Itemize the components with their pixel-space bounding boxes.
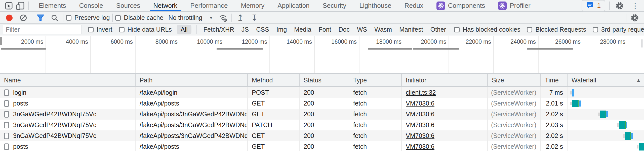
filter-type-css[interactable]: CSS — [256, 26, 269, 33]
waterfall-teal-bar — [639, 143, 644, 150]
filter-type-img[interactable]: Img — [276, 26, 287, 33]
record-network-log-button[interactable] — [4, 12, 15, 23]
network-settings-gear-icon[interactable] — [629, 12, 640, 23]
table-row[interactable]: posts/fakeApi/postsGET200fetchVM7030:6(S… — [0, 141, 644, 151]
import-har-icon[interactable]: ↥ — [234, 12, 246, 23]
cell-status: 200 — [300, 141, 349, 151]
cell-name: 3nGaWGedP42BWDNqI75Vc — [0, 120, 136, 130]
ruler-tick-label: 20000 ms — [421, 38, 446, 45]
initiator-link[interactable]: VM7030:6 — [406, 100, 434, 107]
filter-type-all[interactable]: All — [177, 25, 191, 34]
invert-checkbox[interactable]: Invert — [88, 26, 112, 33]
filter-type-manifest[interactable]: Manifest — [399, 26, 423, 33]
request-name: 3nGaWGedP42BWDNqI75Vc — [13, 111, 96, 118]
row-checkbox[interactable] — [4, 100, 9, 107]
ruler-gridline — [493, 36, 494, 73]
throttling-select[interactable]: No throttling ▾ — [166, 14, 215, 21]
tab-application[interactable]: Application — [271, 0, 316, 11]
initiator-link[interactable]: VM7030:6 — [406, 143, 434, 150]
ruler-gridline — [628, 36, 628, 73]
filter-type-doc[interactable]: Doc — [338, 26, 349, 33]
row-checkbox[interactable] — [4, 122, 9, 128]
filter-type-fetch-xhr[interactable]: Fetch/XHR — [204, 26, 234, 33]
row-checkbox[interactable] — [4, 143, 9, 150]
has-blocked-cookies-checkbox[interactable]: Has blocked cookies — [454, 26, 520, 33]
filter-funnel-icon[interactable] — [35, 12, 46, 23]
column-header-size[interactable]: Size — [488, 74, 541, 86]
cell-initiator: VM7030:6 — [402, 98, 488, 109]
tab-security[interactable]: Security — [316, 0, 353, 11]
column-header-method[interactable]: Method — [248, 74, 300, 86]
ruler-gridline — [135, 36, 136, 73]
network-conditions-icon[interactable] — [217, 12, 229, 23]
tab-label: Security — [323, 2, 346, 10]
table-row[interactable]: 3nGaWGedP42BWDNqI75Vc/fakeApi/posts/3nGa… — [0, 130, 644, 141]
initiator-link[interactable]: client.ts:32 — [406, 89, 436, 96]
checkbox — [119, 27, 125, 32]
overview-scrollbar[interactable] — [641, 39, 642, 47]
clear-network-log-button[interactable] — [18, 12, 29, 23]
disable-cache-checkbox[interactable]: Disable cache — [115, 14, 163, 21]
tab-performance[interactable]: Performance — [184, 0, 234, 11]
column-header-label: Initiator — [406, 77, 426, 84]
tab-profiler[interactable]: Profiler — [492, 0, 537, 11]
tab-console[interactable]: Console — [72, 0, 109, 11]
column-header-path[interactable]: Path — [136, 74, 248, 86]
ruler-gridline — [180, 36, 180, 73]
filter-type-ws[interactable]: WS — [357, 26, 367, 33]
search-icon[interactable] — [49, 12, 60, 23]
cell-status: 200 — [300, 120, 349, 130]
preserve-log-checkbox[interactable]: Preserve log — [66, 14, 110, 21]
table-row[interactable]: login/fakeApi/loginPOST200fetchclient.ts… — [0, 87, 644, 98]
tab-memory[interactable]: Memory — [234, 0, 271, 11]
column-header-status[interactable]: Status — [300, 74, 349, 86]
waterfall-teal-bar — [600, 111, 606, 118]
table-row[interactable]: posts/fakeApi/postsGET200fetchVM7030:6(S… — [0, 98, 644, 109]
settings-gear-icon[interactable] — [614, 0, 625, 11]
request-name: 3nGaWGedP42BWDNqI75Vc — [13, 121, 96, 129]
more-options-icon[interactable]: ⋮ — [629, 0, 641, 11]
hide-data-urls-checkbox[interactable]: Hide data URLs — [119, 26, 172, 33]
ruler-tick-label: 4000 ms — [66, 38, 88, 45]
initiator-link[interactable]: VM7030:6 — [406, 121, 434, 129]
initiator-link[interactable]: VM7030:6 — [406, 111, 434, 118]
tabbar-right-controls: 1 ⋮ — [582, 0, 641, 12]
filter-type-wasm[interactable]: Wasm — [374, 26, 392, 33]
row-checkbox[interactable] — [4, 133, 9, 139]
table-row[interactable]: 3nGaWGedP42BWDNqI75Vc/fakeApi/posts/3nGa… — [0, 120, 644, 130]
waterfall-waiting-tick — [617, 123, 619, 127]
filter-type-other[interactable]: Other — [430, 26, 446, 33]
divider — [196, 25, 197, 34]
cell-time: 2.02 s — [541, 141, 568, 151]
column-header-time[interactable]: Time — [541, 74, 568, 86]
tab-network[interactable]: Network — [147, 0, 184, 11]
column-header-initiator[interactable]: Initiator — [402, 74, 488, 86]
tab-components[interactable]: Components — [430, 0, 492, 11]
row-checkbox[interactable] — [4, 111, 9, 118]
filter-type-font[interactable]: Font — [318, 26, 331, 33]
cell-name: 3nGaWGedP42BWDNqI75Vc — [0, 130, 136, 141]
column-header-type[interactable]: Type — [349, 74, 402, 86]
column-header-label: Name — [4, 77, 21, 84]
blocked-requests-checkbox[interactable]: Blocked Requests — [527, 26, 586, 33]
tab-sources[interactable]: Sources — [110, 0, 147, 11]
tab-elements[interactable]: Elements — [32, 0, 72, 11]
cell-size: (ServiceWorker) — [488, 130, 541, 141]
tab-lighthouse[interactable]: Lighthouse — [353, 0, 398, 11]
console-messages-button[interactable]: 1 — [582, 0, 605, 12]
filter-input[interactable] — [3, 25, 82, 34]
timeline-overview[interactable]: 2000 ms4000 ms6000 ms8000 ms10000 ms1200… — [0, 36, 644, 74]
initiator-link[interactable]: VM7030:6 — [406, 132, 434, 139]
inspect-element-icon[interactable] — [3, 0, 15, 11]
table-row[interactable]: 3nGaWGedP42BWDNqI75Vc/fakeApi/posts/3nGa… — [0, 109, 644, 120]
column-header-name[interactable]: Name — [0, 74, 136, 86]
filter-type-js[interactable]: JS — [242, 26, 249, 33]
network-toolbar: Preserve log Disable cache No throttling… — [0, 12, 644, 24]
third-party-requests-checkbox[interactable]: 3rd-party requests — [593, 26, 644, 33]
tab-redux[interactable]: Redux — [398, 0, 430, 11]
export-har-icon[interactable]: ↧ — [249, 12, 260, 23]
device-toolbar-icon[interactable] — [15, 0, 26, 11]
filter-type-media[interactable]: Media — [294, 26, 311, 33]
row-checkbox[interactable] — [4, 89, 9, 96]
column-header-waterfall[interactable]: Waterfall▲ — [568, 74, 644, 86]
